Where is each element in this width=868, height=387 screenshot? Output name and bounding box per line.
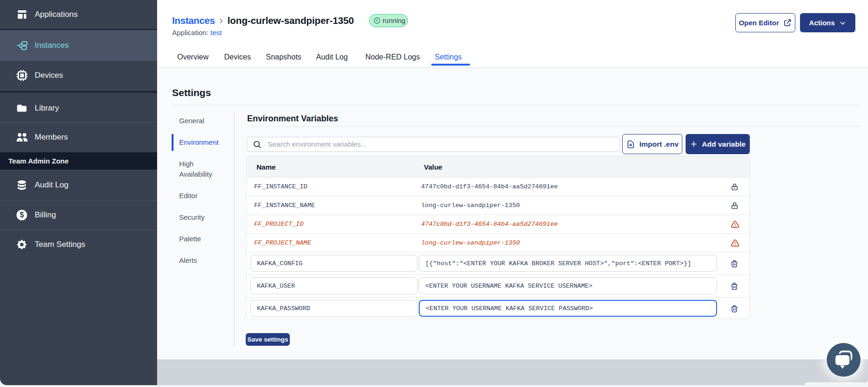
svg-text:$: $: [20, 211, 24, 219]
